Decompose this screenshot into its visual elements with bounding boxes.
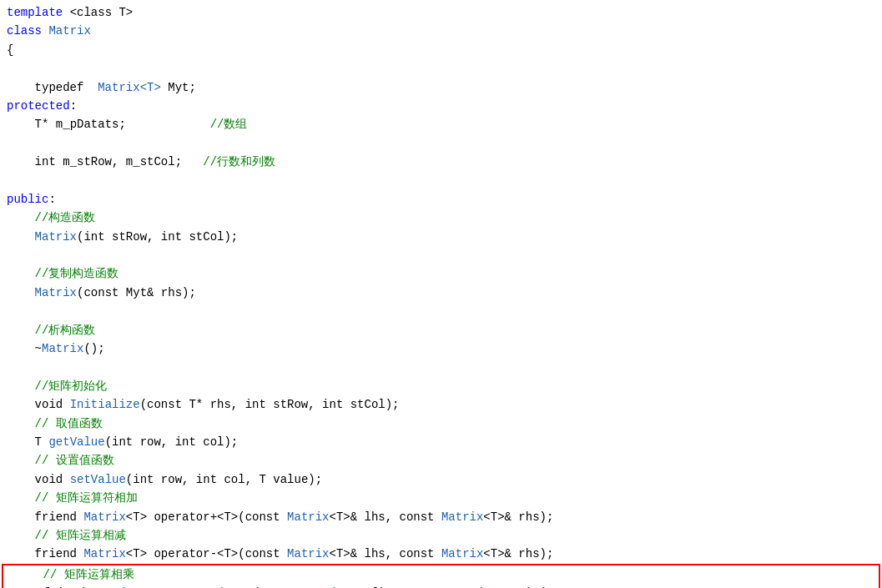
code-line: T* m_pDatats; //数组	[0, 115, 882, 133]
code-token: //复制构造函数	[35, 267, 119, 280]
code-line: typedef Matrix<T> Myt;	[0, 78, 882, 97]
code-token: <T> operator+<T>(const	[126, 510, 287, 524]
code-token: Myt;	[161, 81, 196, 94]
code-token: public	[7, 193, 48, 206]
code-token: class	[7, 24, 48, 38]
code-token: (const T* rhs, int stRow, int stCol);	[140, 398, 400, 411]
code-token: getValue	[48, 435, 104, 449]
code-token: T*	[7, 118, 48, 131]
code-token: (int row, int col);	[105, 435, 239, 449]
code-token	[7, 417, 35, 430]
code-token: Matrix	[35, 286, 77, 299]
code-line: //矩阵初始化	[0, 377, 882, 395]
code-token: protected	[7, 99, 70, 113]
highlight-region: // 矩阵运算相乘 friend Matrix<T> operator*<T> …	[2, 564, 880, 588]
code-line: class Matrix	[0, 22, 882, 40]
code-token	[7, 230, 35, 244]
code-token: friend	[7, 510, 83, 524]
code-token	[7, 286, 35, 299]
code-token: <T> operator-<T>(const	[126, 547, 287, 560]
code-line: template <class T>	[0, 3, 882, 22]
code-token: friend	[7, 547, 83, 560]
code-token: // 矩阵运算相减	[35, 529, 126, 542]
code-token: Matrix	[48, 24, 90, 38]
code-token: template	[7, 6, 70, 19]
code-token: T	[7, 435, 48, 449]
code-token: void	[7, 473, 70, 486]
code-line: //析构函数	[0, 321, 882, 339]
code-line: Matrix(const Myt& rhs);	[0, 284, 882, 302]
code-token	[7, 454, 35, 467]
code-line: // 取值函数	[0, 415, 882, 433]
code-token	[7, 267, 35, 280]
code-token	[7, 491, 35, 505]
code-token	[7, 529, 35, 542]
code-line	[0, 302, 882, 320]
code-token: <class T>	[70, 6, 134, 19]
code-line: void setValue(int row, int col, T value)…	[0, 470, 882, 489]
code-token: //析构函数	[35, 324, 96, 337]
code-line: friend Matrix<T> operator-<T>(const Matr…	[0, 545, 882, 563]
code-token	[7, 379, 35, 393]
code-token: Matrix<T>	[98, 81, 161, 94]
code-editor: template <class T>class Matrix{ typedef …	[0, 0, 882, 588]
code-token: // 矩阵运算符相加	[35, 491, 138, 505]
code-line: // 设置值函数	[0, 451, 882, 470]
code-line: // 矩阵运算符相加	[0, 489, 882, 507]
code-token: (int row, int col, T value);	[126, 473, 322, 486]
code-token: Matrix	[441, 547, 483, 560]
code-token: void	[7, 398, 70, 411]
code-token: ();	[83, 342, 104, 355]
code-line: Matrix(int stRow, int stCol);	[0, 228, 882, 246]
code-token: Matrix	[441, 510, 483, 524]
code-token: int m_stRow, m_stCol;	[7, 155, 203, 168]
code-token: {	[7, 43, 13, 57]
code-token: <T>& rhs);	[483, 547, 553, 560]
code-line: // 矩阵运算相乘	[8, 565, 874, 584]
code-line: //复制构造函数	[0, 264, 882, 283]
code-token: (int stRow, int stCol);	[77, 230, 238, 244]
code-token: Matrix	[287, 510, 329, 524]
code-line: T getValue(int row, int col);	[0, 433, 882, 451]
code-line: {	[0, 41, 882, 59]
code-line	[0, 246, 882, 264]
code-line: protected:	[0, 97, 882, 115]
code-token: typedef	[7, 81, 98, 94]
code-line	[0, 172, 882, 190]
code-token: :	[48, 193, 55, 206]
code-token: (const Myt& rhs);	[77, 286, 196, 299]
code-token: Matrix	[35, 230, 77, 244]
code-line: //构造函数	[0, 209, 882, 227]
code-line	[0, 59, 882, 78]
code-token: // 矩阵运算相乘	[43, 568, 134, 581]
code-token: <T>& lhs, const	[330, 510, 441, 524]
code-token: Matrix	[42, 342, 83, 355]
code-token: ~	[7, 342, 42, 355]
code-token: <T>& rhs);	[483, 510, 553, 524]
code-token	[7, 324, 35, 337]
code-line: ~Matrix();	[0, 339, 882, 358]
code-token: //构造函数	[35, 211, 96, 224]
code-line: void Initialize(const T* rhs, int stRow,…	[0, 395, 882, 414]
code-line	[0, 358, 882, 376]
code-token: <T>& lhs, const	[330, 547, 441, 560]
code-line: public:	[0, 190, 882, 209]
code-line: friend Matrix<T> operator+<T>(const Matr…	[0, 508, 882, 526]
code-token: m_pDatats;	[48, 118, 125, 131]
code-line: friend Matrix<T> operator*<T> (const Mat…	[8, 584, 874, 588]
code-token	[7, 211, 35, 224]
code-token	[15, 568, 43, 581]
code-token: setValue	[70, 473, 126, 486]
code-token: //矩阵初始化	[35, 379, 108, 393]
code-line: int m_stRow, m_stCol; //行数和列数	[0, 153, 882, 171]
code-token: Initialize	[70, 398, 140, 411]
code-token: //数组	[126, 118, 248, 131]
code-token: :	[70, 99, 77, 113]
code-token: //行数和列数	[203, 155, 275, 168]
code-line	[0, 134, 882, 153]
code-token: Matrix	[287, 547, 329, 560]
code-token: // 设置值函数	[35, 454, 114, 467]
code-token: Matrix	[83, 510, 125, 524]
code-token: // 取值函数	[35, 417, 103, 430]
code-line: // 矩阵运算相减	[0, 526, 882, 545]
